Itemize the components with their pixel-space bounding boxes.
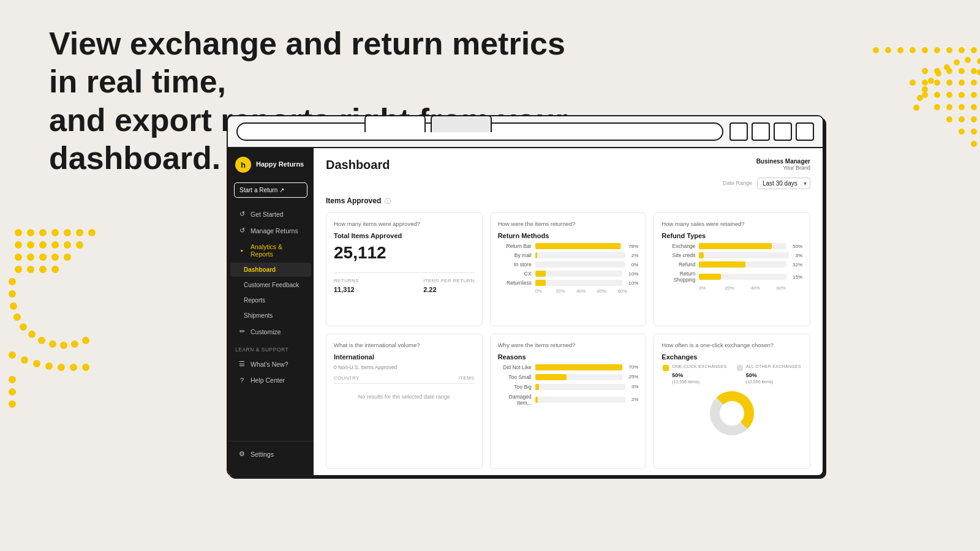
svg-point-70 (13, 313, 21, 321)
manage-returns-icon: ↺ (238, 227, 246, 234)
total-items-value: 25,112 (334, 243, 475, 263)
sidebar-item-dashboard[interactable]: Dashboard (230, 263, 311, 277)
bar-pct: 10% (628, 280, 638, 286)
sidebar-item-settings[interactable]: ⚙ Settings (230, 446, 311, 462)
svg-point-85 (9, 376, 16, 383)
intl-col-country: COUNTRY (334, 375, 360, 381)
reasons-title: Reasons (498, 353, 639, 361)
card-total-items: How many items were approved? Total Item… (326, 212, 483, 326)
date-range-container: Date Range Last 30 days Last 7 days Last… (326, 177, 810, 189)
settings-icon: ⚙ (238, 450, 246, 458)
date-range-label: Date Range (723, 180, 752, 186)
card-exchanges: How often is a one-click exchange chosen… (654, 334, 810, 470)
start-return-button[interactable]: Start a Return ↗ (234, 182, 307, 198)
bar-row: Exchange50% (662, 243, 802, 249)
bar-fill (535, 374, 567, 380)
sidebar: h Happy Returns Start a Return ↗ ↺ Get S… (228, 148, 314, 475)
sidebar-item-get-started[interactable]: ↺ Get Started (230, 206, 311, 222)
svg-point-72 (28, 331, 36, 338)
date-range-select[interactable]: Last 30 days Last 7 days Last 90 days Cu… (757, 178, 810, 189)
svg-point-13 (944, 64, 950, 70)
items-approved-title: Items Approved (326, 197, 381, 205)
app-container: h Happy Returns Start a Return ↗ ↺ Get S… (228, 148, 823, 475)
bar-fill (535, 384, 539, 390)
svg-point-75 (60, 342, 67, 349)
svg-point-31 (959, 92, 965, 98)
info-icon: ⓘ (385, 197, 391, 206)
svg-point-4 (922, 47, 928, 53)
svg-point-58 (15, 253, 22, 261)
svg-point-39 (971, 116, 977, 122)
browser-action-2[interactable] (752, 122, 770, 141)
dashboard-title: Dashboard (326, 158, 390, 172)
svg-point-66 (51, 266, 59, 273)
svg-point-63 (15, 266, 22, 273)
returns-stat: RETURNS 11,312 (334, 278, 359, 294)
logo-text: Happy Returns (256, 160, 304, 168)
sidebar-nav: ↺ Get Started ↺ Manage Returns ▪ Analyti… (228, 206, 314, 441)
svg-point-5 (910, 47, 916, 53)
bar-label: Did Not Like (498, 364, 532, 370)
return-methods-x-axis: 0% 20% 40% 60% 80% (498, 288, 639, 294)
bar-label: Too Small (498, 374, 532, 380)
sidebar-item-label: Analytics & Reports (251, 243, 304, 258)
bar-row: Damaged Item...2% (498, 394, 639, 406)
svg-point-6 (897, 47, 903, 53)
bar-pct: 15% (793, 274, 802, 280)
items-approved-section: Items Approved ⓘ (314, 197, 823, 206)
bar-track (535, 252, 625, 258)
customize-icon: ✏ (238, 328, 246, 335)
svg-point-45 (15, 229, 22, 236)
refund-types-chart: Exchange50%Site credit3%Refund32%Return … (662, 243, 802, 283)
svg-point-67 (9, 278, 16, 285)
sidebar-item-customer-feedback[interactable]: Customer Feedback (230, 278, 311, 292)
svg-point-65 (39, 266, 47, 273)
sidebar-item-whats-new[interactable]: ☰ What's New? (230, 356, 311, 372)
total-items-title: Total Items Approved (334, 232, 475, 239)
bar-fill (535, 243, 620, 249)
bar-pct: 10% (628, 271, 638, 277)
sidebar-logo: h Happy Returns (228, 157, 314, 182)
exchanges-title: Exchanges (662, 353, 802, 361)
returns-label: RETURNS (334, 278, 359, 283)
svg-point-49 (64, 229, 71, 236)
sidebar-item-analytics[interactable]: ▪ Analytics & Reports (230, 239, 311, 261)
sidebar-item-label: Manage Returns (251, 227, 298, 234)
svg-point-64 (27, 266, 34, 273)
svg-point-9 (977, 58, 980, 64)
sidebar-item-manage-returns[interactable]: ↺ Manage Returns (230, 223, 311, 238)
sidebar-item-reports[interactable]: Reports (230, 293, 311, 307)
intl-subtitle: 0 Non-U.S. Items Approved (334, 364, 475, 370)
reasons-chart: Did Not Like70%Too Small25%Too Big3%Dama… (498, 364, 639, 406)
svg-point-82 (58, 364, 65, 371)
svg-point-35 (971, 104, 977, 110)
svg-point-34 (922, 92, 928, 98)
intl-title: International (334, 353, 475, 361)
svg-point-55 (51, 241, 59, 249)
bar-fill (535, 271, 546, 277)
bar-fill (699, 243, 772, 249)
svg-point-30 (971, 92, 977, 98)
svg-point-48 (51, 229, 59, 236)
browser-action-4[interactable] (796, 122, 814, 141)
svg-point-41 (946, 116, 952, 122)
sidebar-item-help-center[interactable]: ? Help Center (230, 373, 311, 388)
svg-point-54 (39, 241, 47, 249)
sidebar-item-shipments[interactable]: Shipments (230, 309, 311, 323)
sidebar-bottom: ⚙ Settings (228, 441, 314, 467)
exchanges-legend: ONE-CLICK EXCHANGES 50% (12,556 items) A… (662, 364, 802, 384)
analytics-icon: ▪ (238, 247, 246, 254)
donut-chart (701, 389, 763, 438)
svg-point-76 (71, 340, 78, 348)
svg-point-71 (20, 323, 27, 331)
browser-tab-1[interactable] (364, 115, 426, 132)
svg-point-38 (934, 104, 940, 110)
svg-point-43 (959, 129, 965, 135)
bar-pct: 32% (793, 262, 802, 268)
browser-action-1[interactable] (729, 122, 748, 141)
browser-tab-2[interactable] (431, 115, 492, 132)
sidebar-item-customize[interactable]: ✏ Customize (230, 324, 311, 339)
return-methods-chart: Return Bar78%By mail2%In store0%CX10%Ret… (498, 243, 639, 286)
intl-no-results: No results for the selected date range (334, 386, 475, 407)
browser-action-3[interactable] (774, 122, 792, 141)
